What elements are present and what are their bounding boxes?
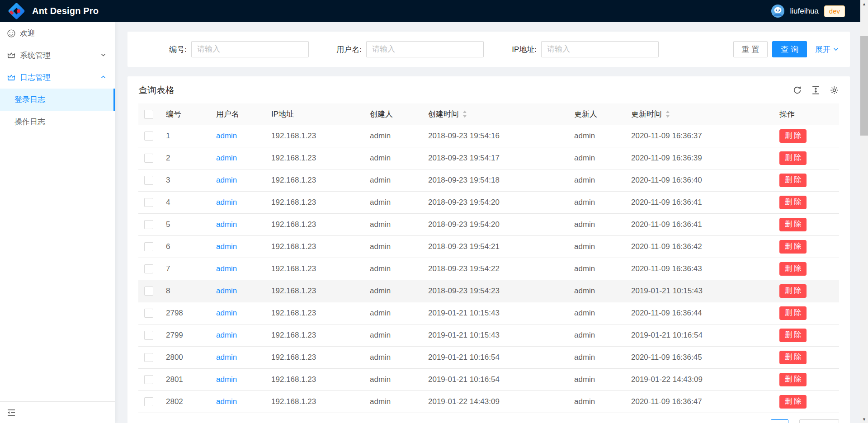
row-checkbox[interactable] — [144, 264, 153, 273]
username-input[interactable] — [366, 41, 484, 57]
row-checkbox[interactable] — [144, 397, 153, 406]
ip-label: IP地址: — [512, 44, 537, 55]
user-avatar[interactable] — [771, 5, 784, 18]
delete-button[interactable]: 删 除 — [779, 262, 807, 276]
cell-created-time: 2019-01-21 10:15:43 — [421, 302, 567, 324]
username-link[interactable]: admin — [216, 132, 237, 140]
row-checkbox[interactable] — [144, 331, 153, 340]
cell-ip: 192.168.1.23 — [264, 258, 363, 280]
ip-input[interactable] — [541, 41, 659, 57]
username-link[interactable]: admin — [216, 353, 237, 362]
delete-button[interactable]: 删 除 — [779, 395, 807, 409]
reset-button[interactable]: 重 置 — [733, 41, 768, 57]
page-size-select[interactable] — [799, 419, 839, 423]
cell-id: 2800 — [159, 346, 209, 368]
sidebar-collapse-trigger[interactable] — [0, 401, 115, 423]
sidebar-item-system-management[interactable]: 系统管理 — [0, 44, 115, 66]
username-link[interactable]: admin — [216, 198, 237, 207]
cell-ip: 192.168.1.23 — [264, 280, 363, 302]
main-content: 编号: 用户名: IP地址: 重 置 查 询 展开 — [115, 22, 860, 423]
ant-design-logo-icon — [8, 2, 25, 20]
cell-updated-time: 2019-01-21 10:16:54 — [624, 324, 772, 346]
cell-created-time: 2018-09-23 19:54:16 — [421, 125, 567, 147]
username-link[interactable]: admin — [216, 397, 237, 406]
cell-updated-time: 2020-11-09 16:36:37 — [624, 125, 772, 147]
scrollbar-thumb[interactable] — [860, 36, 868, 136]
delete-button[interactable]: 删 除 — [779, 329, 807, 342]
row-checkbox[interactable] — [144, 154, 153, 163]
column-header-id: 编号 — [159, 103, 209, 125]
sidebar-item-welcome[interactable]: 欢迎 — [0, 22, 115, 44]
cell-updater: admin — [567, 324, 624, 346]
logo-area[interactable]: Ant Design Pro — [8, 2, 99, 20]
settings-gear-icon[interactable] — [830, 85, 839, 95]
row-checkbox[interactable] — [144, 353, 153, 362]
username-link[interactable]: admin — [216, 176, 237, 184]
sidebar-item-log-management[interactable]: 日志管理 — [0, 66, 115, 89]
cell-action: 删 除 — [772, 147, 839, 169]
row-checkbox[interactable] — [144, 132, 153, 141]
cell-updater: admin — [567, 280, 624, 302]
delete-button[interactable]: 删 除 — [779, 151, 807, 165]
cell-checkbox — [138, 125, 159, 147]
id-input[interactable] — [191, 41, 309, 57]
username-link[interactable]: admin — [216, 375, 237, 384]
cell-updated-time: 2020-11-09 16:36:41 — [624, 191, 772, 213]
expand-link[interactable]: 展开 — [815, 44, 839, 55]
delete-button[interactable]: 删 除 — [779, 174, 807, 187]
row-checkbox[interactable] — [144, 309, 153, 318]
table-row: 5admin192.168.1.23admin2018-09-23 19:54:… — [138, 213, 839, 235]
username-link[interactable]: admin — [216, 331, 237, 339]
username-link[interactable]: admin — [216, 309, 237, 317]
menu-fold-icon — [7, 408, 16, 417]
cell-username: admin — [209, 280, 264, 302]
column-height-icon[interactable] — [811, 85, 821, 95]
row-checkbox[interactable] — [144, 220, 153, 229]
cell-id: 7 — [159, 258, 209, 280]
delete-button[interactable]: 删 除 — [779, 240, 807, 254]
cell-updater: admin — [567, 346, 624, 368]
username-link[interactable]: admin — [216, 264, 237, 273]
cell-updated-time: 2020-11-09 16:36:47 — [624, 390, 772, 413]
cell-ip: 192.168.1.23 — [264, 213, 363, 235]
username-link[interactable]: admin — [216, 154, 237, 162]
user-name[interactable]: liufeihua — [790, 7, 818, 16]
delete-button[interactable]: 删 除 — [779, 284, 807, 298]
cell-creator: admin — [363, 368, 421, 390]
sort-caret-updated[interactable] — [665, 110, 670, 118]
cell-username: admin — [209, 235, 264, 258]
cell-username: admin — [209, 213, 264, 235]
page-scrollbar[interactable]: ▲ ▼ — [860, 0, 868, 423]
reload-icon[interactable] — [793, 85, 802, 95]
delete-button[interactable]: 删 除 — [779, 129, 807, 143]
sidebar-item-login-log[interactable]: 登录日志 — [0, 89, 115, 111]
sort-caret-created[interactable] — [462, 110, 467, 118]
cell-created-time: 2018-09-23 19:54:22 — [421, 258, 567, 280]
row-checkbox[interactable] — [144, 198, 153, 207]
scroll-up-arrow-icon[interactable]: ▲ — [860, 0, 868, 8]
delete-button[interactable]: 删 除 — [779, 196, 807, 209]
query-button[interactable]: 查 询 — [772, 41, 807, 57]
cell-updater: admin — [567, 390, 624, 413]
username-link[interactable]: admin — [216, 220, 237, 229]
scroll-down-arrow-icon[interactable]: ▼ — [860, 415, 868, 423]
cell-id: 2802 — [159, 390, 209, 413]
cell-action: 删 除 — [772, 346, 839, 368]
sidebar-item-operation-log[interactable]: 操作日志 — [0, 111, 115, 133]
row-checkbox[interactable] — [144, 176, 153, 185]
pagination-page-button[interactable] — [771, 419, 788, 423]
row-checkbox[interactable] — [144, 375, 153, 384]
username-link[interactable]: admin — [216, 242, 237, 251]
delete-button[interactable]: 删 除 — [779, 373, 807, 386]
username-link[interactable]: admin — [216, 287, 237, 295]
delete-button[interactable]: 删 除 — [779, 306, 807, 320]
delete-button[interactable]: 删 除 — [779, 351, 807, 364]
row-checkbox[interactable] — [144, 242, 153, 251]
cell-action: 删 除 — [772, 368, 839, 390]
delete-button[interactable]: 删 除 — [779, 218, 807, 231]
select-all-checkbox[interactable] — [144, 110, 153, 119]
cell-ip: 192.168.1.23 — [264, 324, 363, 346]
table-row: 6admin192.168.1.23admin2018-09-23 19:54:… — [138, 235, 839, 258]
table-row: 2799admin192.168.1.23admin2019-01-21 10:… — [138, 324, 839, 346]
row-checkbox[interactable] — [144, 287, 153, 296]
